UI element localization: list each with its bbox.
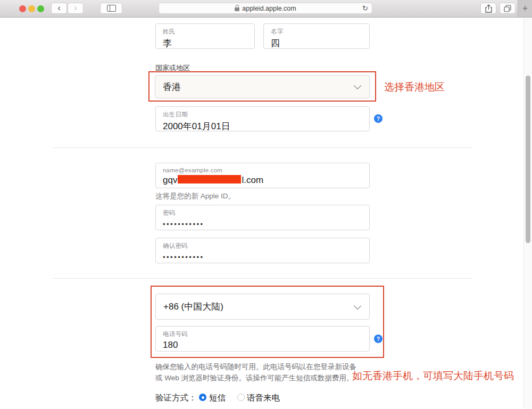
birthday-label: 出生日期 (163, 111, 362, 119)
radio-voice-call-label[interactable]: 语音来电 (247, 393, 280, 404)
chevron-down-icon (354, 82, 361, 89)
tab-overview-button[interactable] (500, 3, 516, 14)
new-tab-button[interactable]: + (518, 0, 532, 17)
sidebar-icon (107, 5, 116, 12)
password-field[interactable]: 密码 ••••••••••• (155, 205, 370, 230)
region-select[interactable]: 香港 (155, 75, 370, 98)
radio-sms-label[interactable]: 短信 (209, 393, 226, 404)
radio-voice-call[interactable] (237, 394, 245, 401)
birthday-help-icon[interactable]: ? (374, 114, 383, 123)
section-divider (53, 278, 472, 279)
first-name-field[interactable]: 名字 四 (263, 23, 370, 49)
confirm-password-field[interactable]: 确认密码 ••••••••••• (155, 238, 370, 263)
url-text: appleid.apple.com (242, 5, 296, 12)
phone-help-icon[interactable]: ? (374, 335, 383, 343)
email-placeholder-label: name@example.com (163, 167, 362, 173)
last-name-field[interactable]: 姓氏 李 (155, 23, 255, 49)
password-label: 密码 (163, 209, 362, 217)
phone-country-value: +86 (中国大陆) (163, 301, 223, 313)
region-value: 香港 (163, 81, 181, 93)
phone-hint-line2: 或 Web 浏览器时验证身份。该操作可能产生短信或数据费用。 (155, 373, 354, 383)
chevron-down-icon (354, 302, 361, 309)
tabs-icon (504, 5, 511, 12)
confirm-password-label: 确认密码 (163, 242, 362, 250)
section-divider (53, 147, 472, 148)
close-window-button[interactable] (19, 5, 26, 12)
forward-button[interactable]: › (68, 3, 84, 14)
back-button[interactable]: ‹ (51, 3, 67, 14)
phone-number-field[interactable]: 电话号码 180 (155, 326, 370, 352)
phone-number-value: 180 (163, 340, 362, 350)
share-button[interactable] (480, 3, 496, 14)
phone-annotation: 如无香港手机，可填写大陆手机号码 (352, 369, 514, 383)
plus-icon: + (522, 3, 528, 14)
apple-id-note: 这将是您的新 Apple ID。 (155, 191, 235, 201)
last-name-label: 姓氏 (163, 28, 247, 36)
scrollbar-thumb[interactable] (526, 76, 530, 243)
verify-method-label: 验证方式： (155, 393, 197, 404)
share-icon (485, 4, 492, 13)
refresh-icon[interactable]: ↻ (362, 4, 368, 12)
minimize-window-button[interactable] (28, 5, 35, 12)
email-field[interactable]: name@example.com gqvl.com (155, 163, 370, 188)
phone-country-select[interactable]: +86 (中国大陆) (155, 294, 370, 320)
confirm-password-value: ••••••••••• (163, 253, 362, 261)
first-name-value: 四 (271, 37, 362, 49)
zoom-window-button[interactable] (37, 5, 44, 12)
email-value: gqvl.com (163, 175, 362, 186)
back-icon: ‹ (57, 3, 61, 12)
radio-sms[interactable] (199, 394, 206, 401)
browser-toolbar: ‹ › appleid.apple.com ↻ + (0, 0, 532, 18)
forward-icon: › (74, 3, 77, 12)
password-value: ••••••••••• (163, 220, 362, 228)
lock-icon (235, 7, 239, 11)
first-name-label: 名字 (271, 28, 362, 36)
redaction-block (178, 175, 241, 183)
address-bar[interactable]: appleid.apple.com ↻ (159, 3, 372, 14)
last-name-value: 李 (163, 37, 247, 49)
phone-number-label: 电话号码 (163, 330, 362, 338)
sidebar-button[interactable] (100, 3, 122, 14)
phone-hint-line1: 确保您输入的电话号码随时可用。此电话号码以在您登录新设备 (155, 362, 356, 372)
birthday-value: 2000年01月01日 (163, 120, 362, 132)
region-annotation: 选择香港地区 (384, 80, 445, 94)
birthday-field[interactable]: 出生日期 2000年01月01日 (155, 106, 370, 131)
